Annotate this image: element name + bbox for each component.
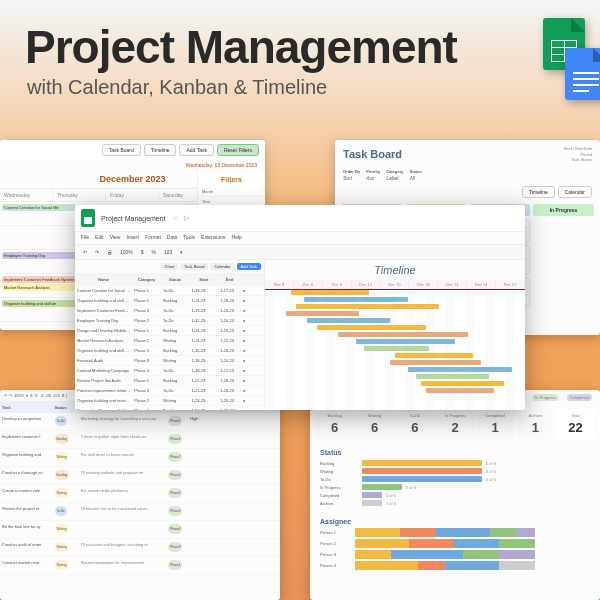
dashboard-panel: StatusTo-DoIn ProgressCompleted Backlog6… — [310, 390, 600, 600]
sheets-title-bar: Project Management ☆ ▷ — [75, 205, 525, 232]
gantt-bar[interactable] — [291, 290, 369, 295]
menu-item[interactable]: Extensions — [201, 234, 225, 240]
gantt-bar[interactable] — [395, 353, 473, 358]
status-bar-row: In Progress2 of 6 — [320, 484, 590, 490]
menu-item[interactable]: Data — [167, 234, 178, 240]
calendar-cell[interactable]: Employee Training Day — [0, 250, 79, 274]
table-row[interactable]: Implement customer fBacklogCreate to gat… — [0, 431, 280, 449]
status-card: Archive1 — [517, 409, 554, 439]
calendar-cell[interactable]: Content Creation for Social Me — [0, 202, 79, 226]
status-bar-row: Waiting6 of 6 — [320, 468, 590, 474]
table-row[interactable]: Design and Develop Mobile ApplicPhase 1B… — [75, 326, 264, 336]
status-card: To-Do6 — [396, 409, 433, 439]
status-bar-row: Archive1 of 6 — [320, 500, 590, 506]
status-card: Total22 — [557, 409, 594, 439]
timeline-chart: Timeline Dec 3Dec 6Dec 9Dec 12Dec 15Dec … — [264, 260, 525, 410]
sheets-logo-icon — [81, 209, 95, 227]
gantt-bar[interactable] — [416, 374, 489, 379]
table-row[interactable]: Employee Training DayPhase 2To-Do1-12-23… — [75, 316, 264, 326]
gantt-bar[interactable] — [296, 304, 439, 309]
gantt-bar[interactable] — [317, 325, 426, 330]
status-bar-chart: Status Backlog6 of 6Waiting6 of 6To-Do6 … — [310, 443, 600, 514]
page-subtitle: with Calendar, Kanban & Timeline — [27, 76, 575, 99]
table-row[interactable]: Financial AuditPhase 3Waiting1-18-231-24… — [75, 356, 264, 366]
gantt-bar[interactable] — [390, 360, 481, 365]
table-row[interactable]: Create a content caleWaitingFor social m… — [0, 485, 280, 503]
current-date: Wednesday, 13 December 2023 — [0, 160, 265, 170]
status-card: Waiting6 — [356, 409, 393, 439]
timeline-button[interactable]: Timeline — [522, 186, 555, 198]
gantt-bar[interactable] — [408, 367, 512, 372]
status-card: Completed1 — [477, 409, 514, 439]
table-row[interactable]: Review Project 3rd AuditPhase 1Backlog1-… — [75, 376, 264, 386]
table-row[interactable]: Content Marketing CampaignPhase 4To-Do1-… — [75, 366, 264, 376]
menu-item[interactable]: Edit — [95, 234, 104, 240]
timeline-button[interactable]: Timeline — [144, 144, 177, 156]
gantt-bar[interactable] — [286, 311, 359, 316]
filter-chip[interactable]: In Progress — [532, 394, 558, 401]
menu-item[interactable]: Tools — [183, 234, 195, 240]
gantt-bar[interactable] — [364, 346, 429, 351]
reset-filters-button[interactable]: Reset Filters — [217, 144, 259, 156]
task-board-button[interactable]: Task Board — [102, 144, 141, 156]
table-row[interactable]: Conduct audit of enterWaitingOf accounts… — [0, 539, 280, 557]
status-card: Backlog6 — [316, 409, 353, 439]
chart-button[interactable]: Chart — [161, 263, 179, 270]
filter-item[interactable]: Month — [198, 187, 265, 197]
move-icon[interactable]: ▷ — [184, 214, 189, 222]
menu-item[interactable]: File — [81, 234, 89, 240]
gantt-bar[interactable] — [338, 332, 468, 337]
detail-table-panel: ↶↷100%▾$%.0.00123BI TaskStatusDescriptio… — [0, 390, 280, 600]
menu-item[interactable]: View — [110, 234, 121, 240]
table-row[interactable]: Organize building andWaitingFor skill de… — [0, 449, 280, 467]
add-task-button[interactable]: Add Task — [179, 144, 213, 156]
gantt-bar[interactable] — [421, 381, 504, 386]
gantt-bar[interactable] — [304, 297, 408, 302]
table-row[interactable]: Organize building and review devePhase 2… — [75, 396, 264, 406]
status-bar-row: To-Do6 of 6 — [320, 476, 590, 482]
star-icon[interactable]: ☆ — [172, 214, 178, 222]
toolbar[interactable]: ↶↷🖨100%$%123▾ — [75, 245, 525, 260]
calendar-button[interactable]: Calendar — [558, 186, 592, 198]
table-row[interactable]: Organize building and skill developPhase… — [75, 296, 264, 306]
calendar-cell[interactable] — [0, 226, 79, 250]
table-row[interactable]: Implement Customer Feedback SysPhase 3To… — [75, 306, 264, 316]
menu-bar[interactable]: FileEditViewInsertFormatDataToolsExtensi… — [75, 232, 525, 245]
assignee-row: Person 4 — [320, 561, 590, 570]
table-row[interactable]: Market Research AnalysisPhase 2Waiting1-… — [75, 336, 264, 346]
document-title[interactable]: Project Management — [101, 215, 166, 222]
calendar-cell[interactable]: Implement Customer Feedback SystemMarket… — [0, 274, 79, 298]
assignee-chart: Assignee Person 1Person 2Person 3Person … — [310, 514, 600, 576]
calendar-cell[interactable]: Organize building and skill de — [0, 298, 79, 322]
status-card: In Progress2 — [436, 409, 473, 439]
status-bar-row: Completed1 of 6 — [320, 492, 590, 498]
board-button[interactable]: Task Board — [180, 263, 208, 270]
task-board-meta: Start / End DatePeriodTask Status — [564, 146, 592, 163]
table-row[interactable]: Partnership Meeting with Supply CPhase 1… — [75, 406, 264, 410]
table-row[interactable]: Develop a comprehenTo-DoMarketing strate… — [0, 413, 280, 431]
assignee-row: Person 3 — [320, 550, 590, 559]
table-row[interactable]: Content Creation for Social MediaPhase 1… — [75, 286, 264, 296]
menu-item[interactable]: Insert — [126, 234, 139, 240]
table-row[interactable]: Be the final test for syWaitingPhase4 — [0, 521, 280, 539]
page-title: Project Management — [25, 20, 575, 74]
gantt-bar[interactable] — [356, 339, 455, 344]
header: Project Management with Calendar, Kanban… — [25, 20, 575, 99]
table-row[interactable]: Conduct a thorough anBacklogOf existing … — [0, 467, 280, 485]
add-task-button[interactable]: Add Task — [237, 263, 261, 270]
status-summary-cards: Backlog6Waiting6To-Do6In Progress2Comple… — [310, 405, 600, 443]
menu-item[interactable]: Help — [232, 234, 242, 240]
table-row[interactable]: Review the project reTo-DoOf intranet si… — [0, 503, 280, 521]
google-docs-icon — [565, 48, 600, 100]
gantt-bar[interactable] — [426, 388, 494, 393]
menu-item[interactable]: Format — [145, 234, 161, 240]
filters-title: Filters — [198, 172, 265, 187]
table-row[interactable]: Organize building and skill devicePhase … — [75, 346, 264, 356]
calendar-button[interactable]: Calendar — [210, 263, 234, 270]
assignee-row: Person 2 — [320, 539, 590, 548]
task-board-filters[interactable]: Order BySort PriorityAsc CategoryLabel S… — [335, 166, 600, 184]
table-row[interactable]: Process improvement initiative forPhase … — [75, 386, 264, 396]
gantt-bar[interactable] — [307, 318, 390, 323]
filter-chip[interactable]: Completed — [567, 394, 592, 401]
table-row[interactable]: Conduct market reseWaitingRecommendation… — [0, 557, 280, 575]
